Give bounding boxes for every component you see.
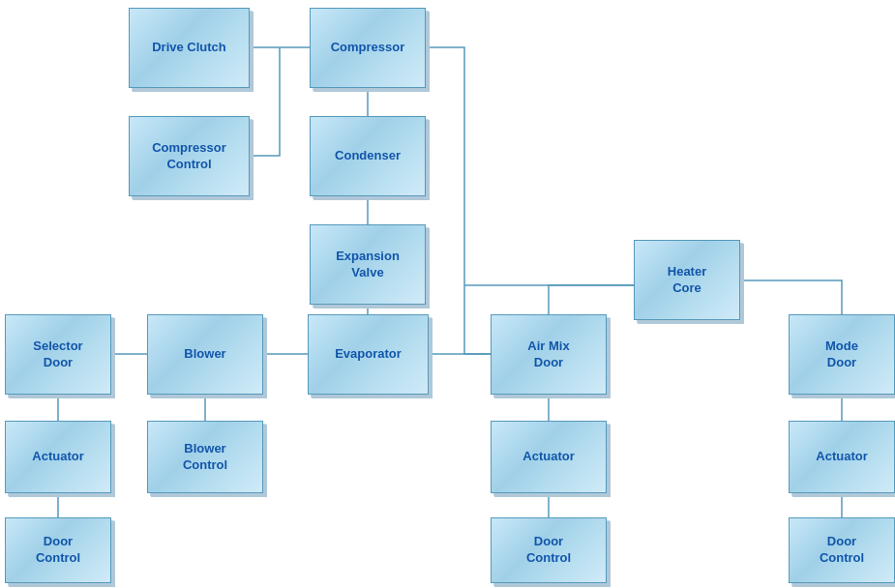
- door-control-left: DoorControl: [5, 517, 111, 583]
- connections-svg: [0, 0, 895, 588]
- compressor-control: CompressorControl: [129, 116, 250, 196]
- actuator-right: Actuator: [789, 421, 895, 493]
- blower: Blower: [147, 314, 263, 395]
- door-control-right: DoorControl: [789, 517, 895, 583]
- compressor: Compressor: [310, 8, 426, 88]
- diagram-container: Drive ClutchCompressorCompressorControlC…: [0, 0, 895, 588]
- condenser: Condenser: [310, 116, 426, 196]
- actuator-left: Actuator: [5, 421, 111, 493]
- drive-clutch: Drive Clutch: [129, 8, 250, 88]
- blower-control: BlowerControl: [147, 421, 263, 493]
- expansion-valve: ExpansionValve: [310, 224, 426, 305]
- selector-door: SelectorDoor: [5, 314, 111, 395]
- evaporator: Evaporator: [308, 314, 429, 395]
- heater-core: HeaterCore: [634, 240, 740, 320]
- door-control-mid: DoorControl: [491, 517, 607, 583]
- mode-door: ModeDoor: [789, 314, 895, 395]
- air-mix-door: Air MixDoor: [491, 314, 607, 395]
- actuator-mid: Actuator: [491, 421, 607, 493]
